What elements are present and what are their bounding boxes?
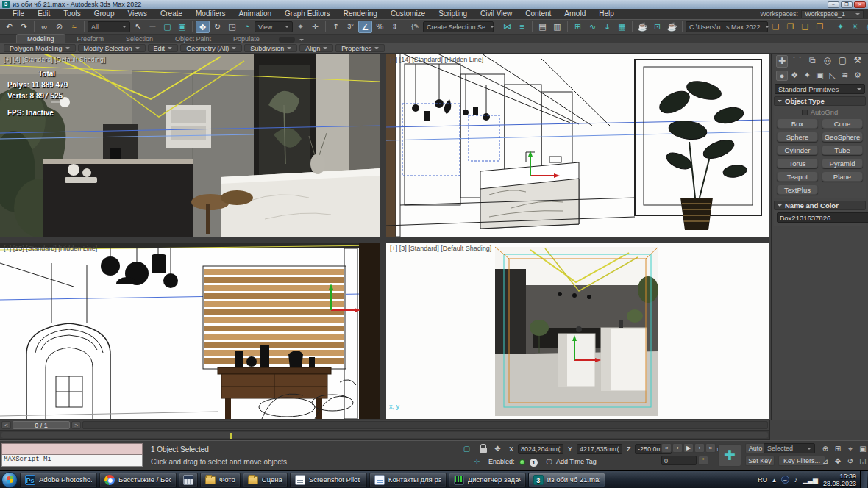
selection-lock-icon[interactable] [480, 448, 487, 453]
named-selection-sets-icon[interactable]: {✎ [408, 21, 422, 33]
ribbon-tab-populate[interactable]: Populate [223, 35, 270, 43]
menu-graph-editors[interactable]: Graph Editors [278, 9, 337, 19]
zoom-extents-all-icon[interactable]: ▣ [857, 443, 868, 454]
show-desktop-button[interactable] [860, 471, 867, 488]
maxscript-mini-listener[interactable]: MAXScript Mi [1, 443, 143, 467]
torus-button[interactable]: Torus [777, 158, 818, 168]
named-selection-dropdown[interactable]: Create Selection Se [423, 21, 494, 32]
ribbon-tab-object-paint[interactable]: Object Paint [165, 35, 221, 43]
viewport-top-left[interactable]: [+] [4] [Standard] [Default Shading] Tot… [0, 54, 380, 237]
create-sun-icon[interactable]: ☀ [848, 21, 862, 33]
taskbar-item-screenshot-pilot[interactable]: Screenshot Pilot 1... [290, 473, 367, 487]
box-button[interactable]: Box [777, 118, 818, 129]
render-setup-icon[interactable]: ☕ [636, 21, 650, 33]
time-slider-track[interactable] [82, 421, 768, 429]
ribbon-subdivision[interactable]: Subdivision [244, 44, 297, 52]
project-folder-icon-2[interactable]: ❐ [783, 21, 797, 33]
taskbar-item-scene-folder[interactable]: Сцена [243, 473, 288, 487]
menu-file[interactable]: File [6, 9, 31, 19]
set-keys-button[interactable]: ✚ [718, 444, 741, 467]
menu-animation[interactable]: Animation [232, 9, 278, 19]
bind-to-space-warp-icon[interactable]: ≈ [67, 21, 81, 33]
ribbon-tab-freeform[interactable]: Freeform [67, 35, 115, 43]
maxscript-field[interactable]: MAXScript Mi [1, 455, 143, 467]
menu-group[interactable]: Group [88, 9, 121, 19]
create-tab-icon[interactable]: ✚ [776, 55, 788, 68]
viewport-bottom-left-canvas[interactable] [0, 243, 380, 419]
taskbar-clock[interactable]: 16:39 28.08.2023 [823, 473, 856, 487]
field-of-view-icon[interactable]: ⊿ [819, 456, 831, 467]
menu-content[interactable]: Content [519, 9, 558, 19]
selection-filter-dropdown[interactable]: All [88, 21, 130, 32]
display-tab-icon[interactable]: ▢ [836, 55, 848, 68]
workspace-dropdown[interactable]: Workspace_1 [801, 10, 864, 18]
ribbon-align[interactable]: Align [299, 44, 333, 52]
go-to-end-icon[interactable]: » [705, 443, 716, 453]
time-tag-clock-icon[interactable]: ◷ [543, 456, 555, 467]
unlink-selection-icon[interactable]: ⊘ [52, 21, 66, 33]
hidden-icons-arrow[interactable]: ▴ [772, 476, 776, 484]
rectangular-selection-icon[interactable]: ▢ [160, 21, 174, 33]
select-and-move-icon[interactable]: ✥ [196, 21, 210, 33]
menu-views[interactable]: Views [121, 9, 154, 19]
sphere-button[interactable]: Sphere [777, 132, 818, 142]
textplus-button[interactable]: TextPlus [777, 184, 818, 195]
maximize-viewport-icon[interactable]: ◱ [857, 456, 868, 467]
cylinder-button[interactable]: Cylinder [777, 145, 818, 155]
undo-icon[interactable]: ↶ [2, 21, 16, 33]
keyboard-override-icon[interactable]: ↥ [329, 21, 343, 33]
align-icon[interactable]: ≡ [515, 21, 529, 33]
geometry-category-icon[interactable]: ● [776, 71, 788, 81]
utilities-tab-icon[interactable]: ⚒ [852, 55, 864, 68]
redo-icon[interactable]: ↷ [17, 21, 31, 33]
ribbon-tab-selection[interactable]: Selection [115, 35, 163, 43]
select-object-icon[interactable]: ↖ [131, 21, 145, 33]
mirror-icon[interactable]: ⋈ [500, 21, 514, 33]
scene-explorer-icon[interactable]: ▤ [536, 21, 549, 33]
key-filters-button[interactable]: Key Filters... [778, 456, 825, 466]
selection-region-icon[interactable]: ▢ [460, 444, 473, 455]
systems-category-icon[interactable]: ⚙ [852, 71, 864, 81]
add-time-tag[interactable]: Add Time Tag [556, 458, 597, 465]
set-key-button[interactable]: Set Key [745, 456, 775, 466]
taskbar-item-photo-folder[interactable]: Фото [200, 473, 241, 487]
select-by-name-icon[interactable]: ☰ [146, 21, 160, 33]
taskbar-item-calculator[interactable] [179, 473, 198, 487]
object-type-rollout-header[interactable]: Object Type [774, 96, 866, 106]
render-production-icon[interactable]: ☕ [665, 21, 679, 33]
restore-icon[interactable]: ❐ [841, 1, 853, 8]
zoom-icon[interactable]: ⊕ [819, 443, 831, 454]
cameras-category-icon[interactable]: ▣ [814, 71, 825, 81]
plane-button[interactable]: Plane [822, 171, 863, 182]
taskbar-item-contacts[interactable]: Контакты для ра... [369, 473, 447, 487]
viewport-top-right-canvas[interactable] [386, 54, 769, 237]
project-folder-icon-1[interactable]: ❏ [769, 21, 783, 33]
select-and-scale-icon[interactable]: ◳ [225, 21, 239, 33]
taskbar-item-task-manager[interactable]: Диспетчер задач ... [449, 473, 526, 487]
create-camera-icon[interactable]: ◉ [863, 21, 868, 33]
viewport-bottom-right[interactable]: [+] [3] [Standard] [Default Shading] x, … [386, 243, 769, 419]
menu-modifiers[interactable]: Modifiers [189, 9, 232, 19]
go-to-start-icon[interactable]: « [661, 443, 672, 453]
menu-civil-view[interactable]: Civil View [474, 9, 519, 19]
viewport-label[interactable]: [+] [14] [Standard] [Hidden Line] [390, 56, 483, 63]
ribbon-edit[interactable]: Edit [148, 44, 179, 52]
select-and-manipulate-icon[interactable]: ✛ [308, 21, 322, 33]
key-tick[interactable] [230, 433, 232, 439]
primitive-category-dropdown[interactable]: Standard Primitives [775, 84, 865, 94]
viewport-bottom-right-canvas[interactable] [386, 243, 769, 419]
hierarchy-tab-icon[interactable]: ⧉ [806, 55, 818, 68]
notification-count-badge[interactable]: 1 [530, 459, 538, 467]
macro-recorder-field[interactable] [1, 443, 143, 455]
layer-explorer-icon[interactable]: ▥ [550, 21, 564, 33]
taskbar-item-3dsmax[interactable]: 3 из оби чб 21.max... [528, 473, 605, 487]
create-light-icon[interactable]: ✦ [833, 21, 847, 33]
viewport-top-right[interactable]: [+] [14] [Standard] [Hidden Line] [386, 54, 769, 237]
tray-app-icon[interactable]: – [781, 476, 789, 484]
menu-help[interactable]: Help [592, 9, 621, 19]
selected-keys-dropdown[interactable]: Selected [764, 443, 815, 453]
volume-icon[interactable]: ♪ [794, 476, 798, 484]
project-path-dropdown[interactable]: C:\Users\u...s Max 2022 [686, 21, 768, 32]
menu-create[interactable]: Create [154, 9, 189, 19]
close-icon[interactable]: ✕ [854, 1, 866, 8]
